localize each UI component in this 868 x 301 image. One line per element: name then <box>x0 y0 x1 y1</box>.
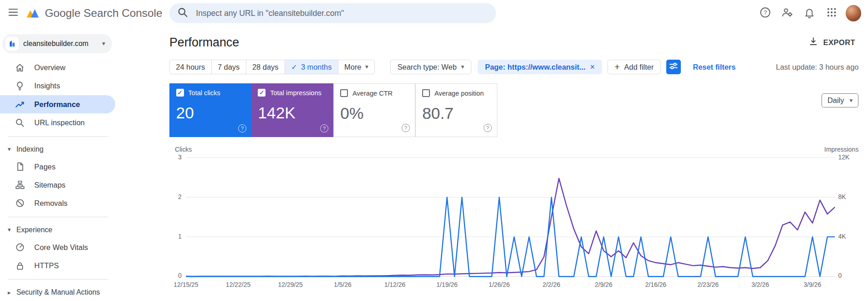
section-experience[interactable]: ▾ Experience <box>0 222 116 238</box>
range-24-hours[interactable]: 24 hours <box>170 60 211 74</box>
sidebar-item-label: Performance <box>34 100 80 109</box>
y-axis-tick-label: 4K <box>838 233 846 240</box>
sidebar-item-pages[interactable]: Pages <box>0 158 116 176</box>
y-axis-tick-label: 3 <box>169 153 182 161</box>
sidebar-item-performance[interactable]: Performance <box>0 95 115 113</box>
sidebar-item-label: Core Web Vitals <box>34 243 88 252</box>
hamburger-menu-button[interactable] <box>2 2 25 25</box>
sidebar-item-label: Pages <box>34 163 56 171</box>
app-logo[interactable]: Google Search Console <box>26 5 163 21</box>
x-axis-tick-label: 1/12/26 <box>384 281 406 288</box>
search-icon <box>177 7 188 20</box>
help-icon[interactable]: ? <box>238 124 246 133</box>
caret-down-icon: ▾ <box>461 64 465 70</box>
lock-icon <box>15 261 26 271</box>
checkbox-checked-icon[interactable]: ✓ <box>176 89 184 97</box>
apps-grid-icon <box>826 7 837 20</box>
section-security-manual-actions[interactable]: ▸ Security & Manual Actions <box>0 284 116 301</box>
sidebar: cleansitebuilder.com ▾ Overview Insights <box>0 26 116 301</box>
x-axis-tick-label: 2/23/26 <box>697 281 719 288</box>
range-more[interactable]: More ▾ <box>338 60 374 74</box>
caret-down-icon: ▾ <box>8 227 11 233</box>
reset-filters-link[interactable]: Reset filters <box>689 62 739 71</box>
sitemap-icon <box>15 180 26 190</box>
y-axis-tick-label: 0 <box>169 272 182 279</box>
user-settings-button[interactable] <box>776 2 798 25</box>
divider <box>8 217 108 217</box>
x-axis-tick-label: 2/2/26 <box>542 281 560 288</box>
sidebar-item-removals[interactable]: Removals <box>0 194 116 212</box>
average-ctr-value: 0% <box>340 104 408 122</box>
checkbox-unchecked-icon[interactable] <box>340 89 348 97</box>
chart: Clicks Impressions 3 2 1 0 12K 8K 4K 0 <box>169 145 858 293</box>
check-icon: ✓ <box>291 63 297 71</box>
sidebar-item-insights[interactable]: Insights <box>0 77 116 95</box>
total-clicks-value: 20 <box>176 104 245 122</box>
help-icon[interactable]: ? <box>484 124 492 132</box>
page-title: Performance <box>169 36 805 50</box>
x-axis-tick-label: 12/15/25 <box>174 281 198 288</box>
sidebar-item-label: URL inspection <box>34 118 85 127</box>
close-icon[interactable]: × <box>590 62 595 72</box>
sidebar-item-overview[interactable]: Overview <box>0 59 116 77</box>
account-avatar-button[interactable] <box>842 2 865 25</box>
help-icon[interactable]: ? <box>402 124 410 132</box>
sliders-icon <box>669 61 679 73</box>
sidebar-item-core-web-vitals[interactable]: Core Web Vitals <box>0 238 116 256</box>
range-3-months[interactable]: ✓ 3 months <box>285 60 338 74</box>
x-axis-tick-label: 2/9/26 <box>595 281 613 288</box>
document-icon <box>15 162 26 172</box>
help-icon[interactable]: ? <box>320 124 328 133</box>
sidebar-item-label: Overview <box>34 63 65 72</box>
download-icon <box>808 36 818 48</box>
notifications-button[interactable] <box>798 2 821 25</box>
x-axis-tick-label: 2/16/26 <box>645 281 667 288</box>
average-position-card[interactable]: Average position 80.7 ? <box>415 83 497 137</box>
topbar-actions: ? <box>754 2 865 25</box>
help-button[interactable]: ? <box>754 2 776 25</box>
google-apps-button[interactable] <box>821 2 843 25</box>
add-filter-button[interactable]: + Add filter <box>608 60 661 75</box>
granularity-dropdown[interactable]: Daily ▾ <box>822 93 859 108</box>
checkbox-checked-icon[interactable]: ✓ <box>258 89 266 97</box>
filter-settings-button[interactable] <box>666 60 681 74</box>
sidebar-item-sitemaps[interactable]: Sitemaps <box>0 176 116 194</box>
x-axis-tick-label: 3/9/26 <box>804 281 822 288</box>
magnifier-icon <box>15 117 26 128</box>
page-filter-chip[interactable]: Page: https://www.cleansit... × <box>478 60 602 75</box>
section-indexing[interactable]: ▾ Indexing <box>0 141 116 158</box>
x-axis-tick-label: 1/5/26 <box>334 281 352 288</box>
sidebar-item-label: Sitemaps <box>34 181 65 189</box>
export-button[interactable]: EXPORT <box>805 36 859 49</box>
sidebar-nav: Overview Insights Performance <box>0 59 116 301</box>
sidebar-item-url-inspection[interactable]: URL inspection <box>0 113 116 132</box>
help-icon: ? <box>759 6 771 20</box>
section-label: Security & Manual Actions <box>16 288 100 296</box>
product-name: Google Search Console <box>45 7 162 20</box>
search-input[interactable] <box>195 8 492 18</box>
url-inspect-searchbox[interactable] <box>169 3 496 23</box>
total-clicks-card[interactable]: ✓ Total clicks 20 ? <box>169 83 251 137</box>
sidebar-item-https[interactable]: HTTPS <box>0 256 116 275</box>
divider <box>8 279 108 280</box>
total-impressions-card[interactable]: ✓ Total impressions 142K ? <box>251 83 333 137</box>
performance-chart-svg[interactable] <box>169 145 858 293</box>
sidebar-item-label: Insights <box>34 82 60 90</box>
caret-down-icon: ▾ <box>365 64 368 70</box>
average-ctr-card[interactable]: Average CTR 0% ? <box>333 83 415 137</box>
range-7-days[interactable]: 7 days <box>211 60 246 74</box>
avatar <box>846 5 861 21</box>
manage-users-icon <box>781 6 793 20</box>
plus-icon: + <box>615 62 620 72</box>
chevron-down-icon: ▾ <box>102 41 105 46</box>
range-28-days[interactable]: 28 days <box>246 60 285 74</box>
bell-icon <box>803 6 816 20</box>
search-type-chip[interactable]: Search type: Web ▾ <box>390 60 471 75</box>
trending-up-icon <box>15 99 26 110</box>
checkbox-unchecked-icon[interactable] <box>422 89 430 97</box>
home-icon <box>15 62 26 73</box>
removal-blocked-icon <box>15 198 26 208</box>
metric-cards: ✓ Total clicks 20 ? ✓ Total impressions … <box>169 83 858 137</box>
y-axis-tick-label: 2 <box>169 193 182 200</box>
property-selector[interactable]: cleansitebuilder.com ▾ <box>2 34 112 53</box>
